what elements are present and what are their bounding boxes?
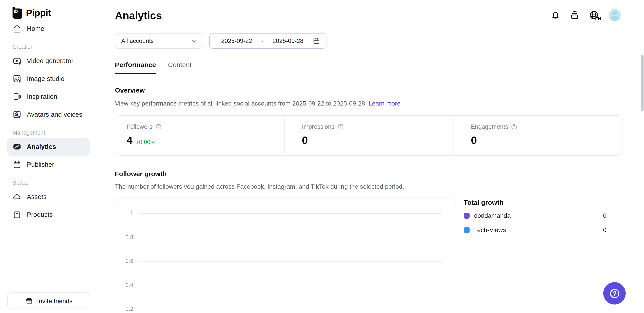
metric-value: 0 <box>302 134 308 147</box>
chart-gridline-row: 0.2 <box>116 306 456 313</box>
follower-growth-heading: Follower growth <box>115 170 623 178</box>
sidebar-item-label: Analytics <box>27 143 56 150</box>
gift-icon <box>25 297 33 305</box>
sidebar-section-space: Space <box>12 180 90 186</box>
y-axis-tick: 0.4 <box>116 282 139 288</box>
inspiration-icon <box>12 92 22 101</box>
vertical-scrollbar[interactable] <box>641 55 644 111</box>
metric-impressions: Impressions 0 <box>284 116 454 155</box>
sidebar-item-label: Home <box>27 25 44 32</box>
y-axis-tick: 1 <box>116 210 139 216</box>
metric-delta: ↑0.00% <box>136 138 156 145</box>
products-bag-icon <box>12 210 22 219</box>
help-circle-icon[interactable] <box>511 124 518 130</box>
page-title: Analytics <box>115 10 623 22</box>
filters-row: All accounts 2025-09-22 - 2025-09-28 <box>115 33 623 49</box>
y-axis-tick: 0.6 <box>116 258 139 264</box>
main-content: Analytics All accounts 2025-09-22 - 2025… <box>97 0 644 313</box>
metric-engagements: Engagements 0 <box>454 116 622 155</box>
tab-content[interactable]: Content <box>168 58 192 74</box>
chart-gridline-row: 0.8 <box>116 234 456 241</box>
help-button[interactable] <box>603 282 626 304</box>
chart-gridline-row: 1 <box>116 210 456 217</box>
series-value: 0 <box>603 226 606 233</box>
series-swatch <box>464 227 470 233</box>
date-end: 2025-09-28 <box>267 38 309 44</box>
help-circle-icon[interactable] <box>155 124 162 130</box>
total-growth-heading: Total growth <box>464 198 606 206</box>
question-mark-icon <box>608 287 620 299</box>
sidebar: Pippit Home Creation Video generator <box>0 0 97 313</box>
invite-friends-label: Invite friends <box>37 297 73 304</box>
legend-row-doddamanda[interactable]: doddamanda 0 <box>464 212 606 219</box>
overview-metrics-card: Followers 4 ↑0.00% Impressi <box>115 115 623 156</box>
overview-description: View key performance metrics of all link… <box>115 100 623 107</box>
metric-value: 0 <box>471 134 477 147</box>
sidebar-item-image-studio[interactable]: Image studio <box>7 70 90 88</box>
follower-growth-chart: 1 0.8 0.6 0.4 0.2 <box>115 198 456 313</box>
follower-growth-description: The number of followers you gained acros… <box>115 183 623 190</box>
home-icon <box>12 24 22 33</box>
sidebar-item-home[interactable]: Home <box>7 20 90 38</box>
chart-gridline-row: 0.6 <box>116 258 456 265</box>
series-value: 0 <box>603 212 606 219</box>
analytics-icon <box>12 142 22 151</box>
date-start: 2025-09-22 <box>216 38 258 44</box>
sidebar-item-analytics[interactable]: Analytics <box>7 138 90 156</box>
brand-name: Pippit <box>26 8 51 18</box>
analytics-tabs: Performance Content <box>115 58 623 74</box>
app-window: Pippit Home Creation Video generator <box>0 0 644 313</box>
sidebar-item-label: Image studio <box>27 75 64 82</box>
image-studio-icon <box>12 74 22 83</box>
sidebar-item-assets[interactable]: Assets <box>7 188 90 206</box>
sidebar-item-label: Assets <box>27 193 46 200</box>
series-swatch <box>464 212 470 218</box>
date-separator: - <box>262 38 264 44</box>
sidebar-item-inspiration[interactable]: Inspiration <box>7 88 90 106</box>
sidebar-item-label: Inspiration <box>27 93 57 100</box>
total-growth-panel: Total growth doddamanda 0 Tech-Views 0 <box>464 198 623 234</box>
learn-more-link[interactable]: Learn more <box>368 100 400 107</box>
overview-heading: Overview <box>115 86 623 94</box>
sidebar-section-creation: Creation <box>12 44 90 50</box>
sidebar-item-label: Avatars and voices <box>27 111 82 118</box>
video-generator-icon <box>12 56 22 65</box>
sidebar-item-products[interactable]: Products <box>7 206 90 224</box>
calendar-icon <box>312 37 320 45</box>
metric-label: Impressions <box>302 124 334 130</box>
help-circle-icon[interactable] <box>337 124 344 130</box>
pippit-logo-icon <box>11 7 22 19</box>
metric-label: Followers <box>126 124 152 130</box>
chevron-down-icon <box>190 38 197 44</box>
y-axis-tick: 0.8 <box>116 234 139 240</box>
sidebar-item-video-generator[interactable]: Video generator <box>7 52 90 70</box>
series-name: doddamanda <box>474 212 598 219</box>
brand-logo[interactable]: Pippit <box>11 6 90 20</box>
metric-label: Engagements <box>471 124 508 130</box>
legend-row-tech-views[interactable]: Tech-Views 0 <box>464 226 606 234</box>
sidebar-item-label: Products <box>27 211 53 218</box>
sidebar-section-management: Management <box>12 130 90 136</box>
follower-growth-section: 1 0.8 0.6 0.4 0.2 Total growth <box>115 198 623 313</box>
assets-cloud-icon <box>12 192 22 201</box>
account-filter-select[interactable]: All accounts <box>115 33 203 49</box>
date-range-picker[interactable]: 2025-09-22 - 2025-09-28 <box>209 33 326 49</box>
chart-gridline-row: 0.4 <box>116 282 456 289</box>
y-axis-tick: 0.2 <box>116 306 139 312</box>
sidebar-item-label: Video generator <box>27 57 74 64</box>
metric-value: 4 <box>126 134 132 147</box>
account-filter-value: All accounts <box>121 38 154 44</box>
metric-followers: Followers 4 ↑0.00% <box>116 116 284 155</box>
tab-performance[interactable]: Performance <box>115 58 156 74</box>
invite-friends-button[interactable]: Invite friends <box>7 292 90 309</box>
publisher-calendar-icon <box>12 160 22 169</box>
avatars-icon <box>12 110 22 119</box>
sidebar-item-avatars[interactable]: Avatars and voices <box>7 106 90 124</box>
sidebar-item-publisher[interactable]: Publisher <box>7 156 90 174</box>
sidebar-item-label: Publisher <box>27 161 54 168</box>
series-name: Tech-Views <box>474 226 598 234</box>
